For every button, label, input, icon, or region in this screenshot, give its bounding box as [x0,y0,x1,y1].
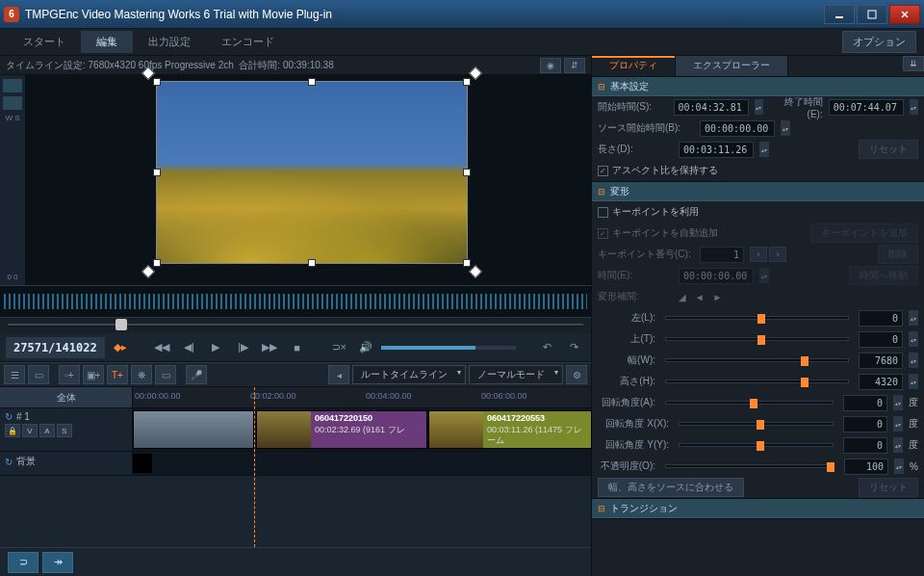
settings-icon[interactable]: ⇵ [564,58,585,73]
add-image-icon[interactable]: ▣+ [83,365,104,384]
track-header[interactable]: ↻背景 [0,452,133,475]
add-text-icon[interactable]: T+ [107,365,128,384]
mode-select[interactable]: ノーマルモード [469,365,563,384]
track-header[interactable]: ↻# 1 🔒 V A S [0,408,133,451]
step-back-button[interactable]: ◀| [177,337,200,358]
selection-frame[interactable] [156,81,468,264]
width-input[interactable] [859,353,903,369]
preview-canvas[interactable] [25,75,591,285]
width-slider[interactable] [665,358,849,362]
rotate-handle[interactable] [469,265,482,278]
volume-icon[interactable]: 🔊 [354,337,377,358]
collapse-icon[interactable]: ⇊ [903,56,924,71]
list-icon[interactable]: ☰ [4,365,25,384]
resize-handle[interactable] [153,78,161,86]
video-toggle[interactable]: V [22,424,38,437]
stop-button[interactable]: ■ [285,337,308,358]
tab-edit[interactable]: 編集 [81,31,133,53]
eye-toggle-icon[interactable]: ◉ [540,58,561,73]
prev-button[interactable]: ◂ [328,365,349,384]
spinner[interactable]: ▴▾ [909,374,918,389]
return-button[interactable]: ⊃ [8,552,38,573]
audio-waveform[interactable] [0,285,591,318]
mic-icon[interactable]: 🎤 [186,365,207,384]
rotation-x-slider[interactable] [679,422,834,426]
top-input[interactable] [859,331,903,348]
undo-button[interactable]: ↶ [535,337,558,358]
section-header[interactable]: 変形 [592,182,924,201]
track-lane[interactable] [133,452,591,475]
fast-fwd-button[interactable]: ▶▶ [258,337,281,358]
height-slider[interactable] [665,380,849,383]
spinner[interactable]: ▴▾ [910,99,918,115]
spinner[interactable]: ▴▾ [893,437,903,453]
rewind-button[interactable]: ◀◀ [150,337,173,358]
spinner[interactable]: ▴▾ [894,458,904,474]
height-input[interactable] [859,374,903,390]
end-time-input[interactable] [829,99,904,116]
reset-button[interactable]: リセット [859,140,918,159]
resize-handle[interactable] [308,259,316,267]
clip[interactable]: 06041722055300:03:11.26 (11475 フレーム [428,410,592,449]
clip[interactable] [133,410,254,449]
loop-icon[interactable]: ↻ [5,411,13,422]
keypoint-checkbox[interactable]: キーポイントを利用 [598,205,699,219]
gear-icon[interactable]: ⚙ [566,365,587,384]
track-lane[interactable]: 06041722015000:02:32.69 (9161 フレ 0604172… [133,408,591,451]
add-clip-icon[interactable]: ▫+ [59,365,80,384]
left-input[interactable] [859,310,903,327]
spinner[interactable]: ▴▾ [781,120,790,136]
left-slider[interactable] [665,316,849,320]
rotation-x-input[interactable] [843,416,887,432]
rotation-y-slider[interactable] [679,443,834,447]
clip[interactable]: 06041722015000:02:32.69 (9161 フレ [256,410,427,449]
resize-handle[interactable] [308,78,316,86]
scrub-bar[interactable] [0,318,591,333]
spinner[interactable]: ▴▾ [893,416,903,432]
tab-properties[interactable]: プロパティ [592,56,676,76]
options-button[interactable]: オプション [842,31,916,53]
step-fwd-button[interactable]: |▶ [231,337,254,358]
opacity-input[interactable] [844,458,888,475]
mask-icon[interactable]: ▭ [155,365,176,384]
spinner[interactable]: ▴▾ [909,353,918,368]
resize-handle[interactable] [463,78,471,86]
loop-icon[interactable]: ↻ [5,457,13,467]
loop-button[interactable]: ⊃× [327,337,350,358]
spinner[interactable]: ▴▾ [909,331,918,347]
close-button[interactable] [889,5,920,24]
tab-start[interactable]: スタート [8,31,81,53]
source-time-input[interactable] [700,120,775,137]
section-header[interactable]: トランジション [592,499,924,518]
start-time-input[interactable] [674,99,749,116]
ruler[interactable]: 全体 00:00:00.00 00:02:00.00 00:04:00.00 0… [0,387,591,408]
scrub-thumb[interactable] [116,319,127,330]
spinner[interactable]: ▴▾ [893,395,903,410]
rotation-input[interactable] [843,395,887,411]
tab-explorer[interactable]: エクスプローラー [676,56,788,76]
solo-toggle[interactable]: S [57,424,72,437]
length-input[interactable] [679,142,754,158]
forward-button[interactable]: ↠ [42,552,73,573]
audio-toggle[interactable]: A [39,424,55,437]
rotation-y-input[interactable] [843,437,887,454]
opacity-slider[interactable] [665,464,834,468]
spinner[interactable]: ▴▾ [909,310,918,326]
redo-button[interactable]: ↷ [562,337,585,358]
resize-handle[interactable] [463,169,471,176]
resize-handle[interactable] [153,169,161,176]
resize-handle[interactable] [153,259,161,267]
fit-source-button[interactable]: 幅、高さをソースに合わせる [598,478,744,497]
timeline-select[interactable]: ルートタイムライン [352,365,466,384]
resize-handle[interactable] [463,259,471,267]
layout-icon[interactable]: ▭ [28,365,49,384]
aspect-checkbox[interactable]: ✓アスペクト比を保持する [598,164,718,177]
bg-clip[interactable] [133,454,152,473]
maximize-button[interactable] [857,5,887,24]
spinner[interactable]: ▴▾ [755,99,763,115]
spinner[interactable]: ▴▾ [759,142,769,157]
tab-output[interactable]: 出力設定 [133,31,206,53]
volume-slider[interactable] [381,346,516,350]
lock-icon[interactable]: 🔒 [5,424,20,437]
rotation-slider[interactable] [665,401,834,405]
